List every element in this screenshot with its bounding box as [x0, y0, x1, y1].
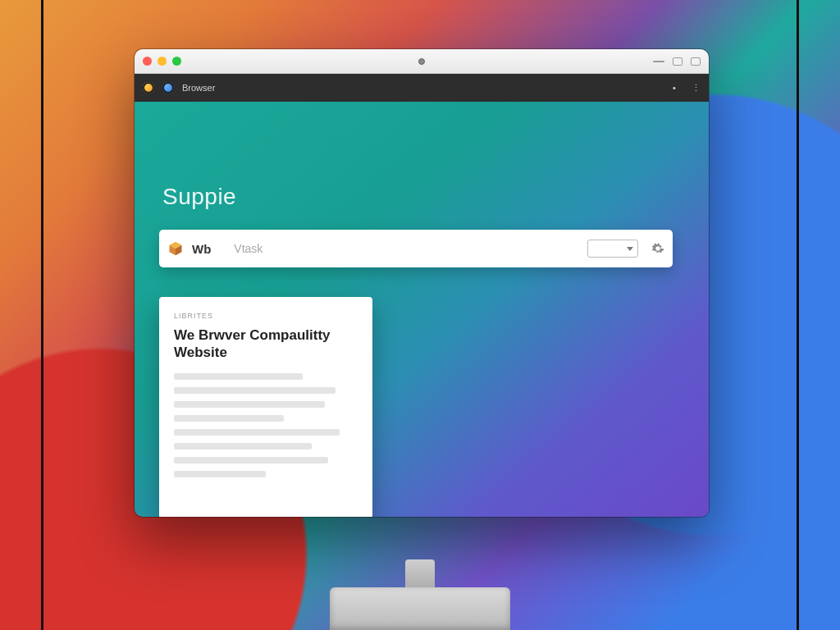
tab-bar: Browser • ⋮: [135, 74, 709, 102]
search-dropdown[interactable]: [587, 240, 638, 258]
traffic-lights: [143, 57, 181, 66]
page-title: Suppie: [162, 184, 236, 210]
browser-window: Browser • ⋮ Suppie Wb Vtask LIBRITES We …: [135, 49, 709, 517]
document-preview[interactable]: LIBRITES We Brwver Compaulitty Website: [159, 297, 372, 517]
window-restore-icon[interactable]: [691, 57, 701, 66]
tab-label[interactable]: Browser: [182, 83, 215, 93]
cube-icon: [167, 240, 184, 257]
tab-favicon-icon: [143, 82, 154, 94]
search-prefix: Wb: [192, 242, 211, 256]
search-placeholder: Vtask: [234, 242, 262, 255]
chevron-down-icon: [627, 247, 633, 251]
document-title-line1: We Brwver Compaulitty: [174, 327, 331, 343]
gear-icon[interactable]: [651, 242, 664, 255]
document-eyebrow: LIBRITES: [174, 312, 358, 320]
document-title-line2: Website: [174, 345, 227, 360]
window-max-icon[interactable]: [673, 57, 682, 66]
minimize-icon[interactable]: [158, 57, 167, 66]
monitor-stand: [330, 587, 510, 630]
page-viewport: Suppie Wb Vtask LIBRITES We Brwver Compa…: [135, 102, 709, 517]
document-title: We Brwver Compaulitty Website: [174, 326, 358, 362]
document-placeholder-lines: [174, 373, 358, 477]
zoom-icon[interactable]: [172, 57, 181, 66]
window-titlebar[interactable]: [135, 49, 709, 74]
window-min-icon[interactable]: [653, 61, 664, 62]
search-bar[interactable]: Wb Vtask: [159, 230, 673, 267]
desktop-wallpaper: Browser • ⋮ Suppie Wb Vtask LIBRITES We …: [0, 0, 840, 630]
overflow-icon[interactable]: ⋮: [691, 83, 701, 93]
tab-favicon-secondary-icon: [162, 82, 174, 94]
menu-dot-icon[interactable]: •: [669, 83, 679, 93]
camera-notch-icon: [418, 58, 425, 65]
close-icon[interactable]: [143, 57, 152, 66]
